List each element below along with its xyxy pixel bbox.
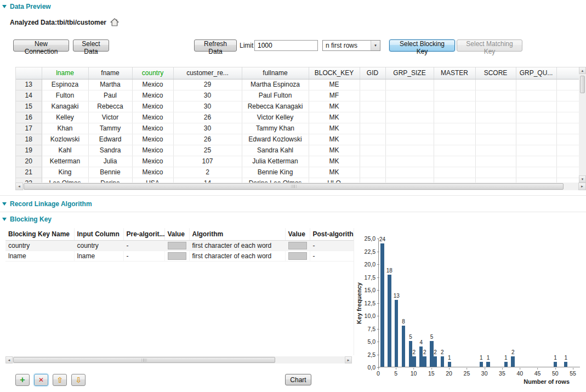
table-cell	[434, 167, 475, 178]
table-cell: 30	[173, 123, 242, 134]
table-cell: Victor Kelley	[242, 112, 309, 123]
column-header-grp-qu[interactable]: GRP_QU...	[516, 67, 556, 79]
delete-icon: ✕	[38, 376, 44, 384]
vertical-scrollbar-thumb[interactable]	[580, 76, 585, 93]
y-tick-label: 2,5	[367, 351, 376, 358]
dropdown-arrow-icon: ▼	[371, 41, 380, 50]
refresh-data-button[interactable]: Refresh Data	[194, 39, 237, 52]
column-header-gid[interactable]: GID	[360, 67, 385, 79]
table-cell	[434, 123, 475, 134]
table-cell	[475, 90, 516, 101]
column-header-master[interactable]: MASTER	[434, 67, 475, 79]
bar-value-label: 1	[504, 355, 508, 361]
x-tick-label: 35	[499, 368, 505, 377]
table-cell: Mexico	[132, 145, 173, 156]
new-connection-button[interactable]: New Connection	[13, 39, 69, 52]
scroll-down-icon[interactable]: ▼	[579, 175, 586, 183]
select-data-button[interactable]: Select Data	[73, 39, 109, 52]
chart-bar	[504, 362, 508, 367]
filler-cell	[556, 79, 579, 90]
blocking-key-horizontal-scrollbar[interactable]: ◄ ►	[5, 356, 352, 363]
scroll-right-icon[interactable]: ►	[578, 183, 586, 190]
horizontal-scrollbar-thumb[interactable]	[13, 357, 275, 363]
table-row[interactable]: 19KahlSandraMexico25Sandra KahlMK	[16, 145, 579, 156]
blocking-key-cell: lname	[74, 251, 123, 261]
bar-value-label: 1	[554, 355, 557, 361]
chart-button[interactable]: Chart	[285, 374, 311, 385]
table-cell: Mexico	[132, 156, 173, 167]
scroll-right-icon[interactable]: ►	[345, 356, 352, 363]
delete-blocking-key-button[interactable]: ✕	[34, 374, 48, 386]
table-cell: Khan	[42, 123, 88, 134]
bar-value-label: 2	[413, 350, 416, 355]
table-cell: Paul Fulton	[242, 90, 309, 101]
column-header-country[interactable]: country	[132, 67, 173, 79]
table-row[interactable]: 14FultonPaulMexico30Paul FultonMF	[16, 90, 579, 101]
table-row[interactable]: 20KettermanJuliaMexico107Julia Ketterman…	[16, 156, 579, 167]
column-header-pre-algorit[interactable]: Pre-algorit...	[123, 228, 164, 240]
section-data-preview[interactable]: Data Preview	[2, 2, 51, 11]
table-row[interactable]: 18KozlowskiEdwardMexico26Edward Kozlowsk…	[16, 134, 579, 145]
horizontal-scrollbar-thumb[interactable]	[24, 183, 564, 190]
value-cell	[164, 240, 189, 251]
table-cell: 30	[173, 90, 242, 101]
move-down-button[interactable]: ⇩	[71, 374, 86, 386]
column-header-score[interactable]: SCORE	[475, 67, 516, 79]
x-tick-label: 20	[446, 368, 452, 377]
column-header-blocking-key-name[interactable]: Blocking Key Name	[5, 228, 74, 240]
table-cell: MK	[309, 123, 360, 134]
preview-horizontal-scrollbar[interactable]: ◄ ►	[15, 183, 586, 190]
table-row[interactable]: 16KelleyVictorMexico26Victor KelleyMK	[16, 112, 579, 123]
chart-bar	[423, 356, 426, 367]
blocking-key-header-row: Blocking Key NameInput ColumnPre-algorit…	[5, 228, 354, 240]
blocking-key-row[interactable]: countrycountry-first character of each w…	[5, 240, 354, 251]
scroll-up-icon[interactable]: ▲	[579, 67, 586, 74]
table-row[interactable]: 15KanagakiRebeccaMexico30Rebecca Kanagak…	[16, 101, 579, 112]
column-header-input-column[interactable]: Input Column	[74, 228, 123, 240]
filler-cell	[556, 156, 579, 167]
scroll-left-icon[interactable]: ◄	[15, 183, 23, 190]
table-cell: Darine Lee Olmos	[242, 178, 309, 183]
rows-filter-select[interactable]: n first rows ▼	[322, 40, 380, 51]
column-header-customer-re[interactable]: customer_re...	[173, 67, 242, 79]
table-row[interactable]: 22Lee OlmosDarineUSA14Darine Lee OlmosUL…	[16, 178, 579, 183]
column-header-grp-size[interactable]: GRP_SIZE	[385, 67, 434, 79]
table-cell: Mexico	[132, 167, 173, 178]
home-icon[interactable]	[110, 18, 119, 26]
corner-header	[16, 67, 42, 79]
blocking-key-row[interactable]: lnamelname-first character of each word-	[5, 251, 354, 261]
table-cell: Edward Kozlowski	[242, 134, 309, 145]
table-cell	[434, 90, 475, 101]
table-row[interactable]: 21KingBennieMexico2Bennie KingMK	[16, 167, 579, 178]
column-header-lname[interactable]: lname	[42, 67, 88, 79]
select-blocking-key-button[interactable]: Select Blocking Key	[389, 39, 455, 52]
table-cell	[434, 101, 475, 112]
column-header-value[interactable]: Value	[285, 228, 310, 240]
column-header-value[interactable]: Value	[164, 228, 189, 240]
column-header-post-algorith[interactable]: Post-algorith...	[310, 228, 354, 240]
add-blocking-key-button[interactable]: +	[15, 374, 30, 386]
select-matching-key-button[interactable]: Select Matching Key	[457, 39, 522, 52]
table-cell: MK	[309, 156, 360, 167]
scroll-left-icon[interactable]: ◄	[5, 356, 13, 363]
bar-value-label: 1	[487, 355, 490, 361]
table-row[interactable]: 13EspinozaMarthaMexico29Martha EspinozaM…	[16, 79, 579, 90]
column-header-fname[interactable]: fname	[88, 67, 132, 79]
preview-vertical-scrollbar[interactable]: ▲ ▼	[579, 67, 586, 183]
table-cell	[516, 167, 556, 178]
table-cell: MK	[309, 167, 360, 178]
y-axis-label: Key frequency	[355, 238, 362, 367]
move-up-button[interactable]: ⇧	[53, 374, 67, 386]
table-cell	[475, 145, 516, 156]
x-tick-label: 15	[428, 368, 435, 377]
column-header-algorithm[interactable]: Algorithm	[189, 228, 285, 240]
column-header-fullname[interactable]: fullname	[242, 67, 309, 79]
section-blocking-key[interactable]: Blocking Key	[2, 215, 52, 224]
table-cell: Rebecca	[88, 101, 132, 112]
limit-input[interactable]	[254, 40, 318, 51]
column-header-block-key[interactable]: BLOCK_KEY	[309, 67, 360, 79]
table-row[interactable]: 17KhanTammyMexico30Tammy KhanMK	[16, 123, 579, 134]
section-record-linkage[interactable]: Record Linkage Algorithm	[2, 200, 92, 208]
table-cell	[360, 79, 385, 90]
table-cell: Lee Olmos	[42, 178, 88, 183]
